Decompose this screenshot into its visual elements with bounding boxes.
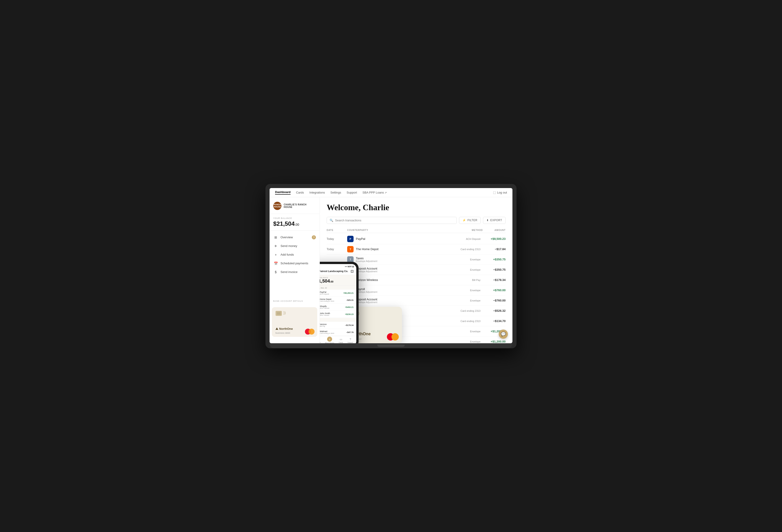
table-row[interactable]: Today P PayPal ACH Deposit +$9,500.23 — [327, 234, 506, 244]
nav-support[interactable]: Support — [347, 191, 357, 194]
phone-nav-support-icon: ? — [349, 338, 352, 341]
phone-signal: ▪▪▪ WiFi ▮ — [345, 265, 354, 268]
phone-tx-amount: −$25.31 — [346, 299, 354, 301]
tx-counterparty: P PayPal — [347, 236, 451, 242]
table-row[interactable]: Today T The Home Depot Card ending 2313 … — [327, 244, 506, 254]
export-icon: ⬇ — [487, 219, 489, 222]
card-type-label: business debit — [276, 332, 290, 334]
phone-nav-support[interactable]: ? Support — [348, 338, 353, 343]
phone-tx-amount: +$450.21 — [345, 306, 354, 308]
chat-button[interactable]: 💬 — [499, 329, 508, 339]
content-area: Welcome, Charlie 🔍 ⚡ FILTER ⬇ EXPORT — [320, 197, 512, 343]
phone-tx-sub: ACH Transfer — [320, 308, 343, 309]
phone-tx-name: PayPal — [320, 291, 342, 293]
phone-tx-sub: Card ending in 3444 — [320, 300, 344, 302]
filter-label: FILTER — [467, 219, 477, 222]
tx-name: Taxes — [356, 256, 377, 260]
tx-method: ACH Deposit — [451, 238, 483, 240]
debit-card-sidebar: )) NorthOne business debit — [272, 307, 317, 337]
search-box[interactable]: 🔍 — [327, 217, 457, 224]
search-input[interactable] — [335, 219, 454, 222]
phone-overlay: 9:41 ▪▪▪ WiFi ▮ ☰ Fairest Landscaping Co… — [320, 262, 359, 343]
tx-sub: Envelope Adjustment — [356, 291, 377, 293]
phone-tx-sub: Card ending in 3444 — [320, 332, 344, 334]
col-counterparty: COUNTERPARTY — [347, 229, 451, 232]
table-header: DATE COUNTERPARTY METHOD AMOUNT — [327, 227, 506, 233]
sidebar-brand: RANCHHOUSE CHARLIE'S RANCH HOUSE — [270, 202, 320, 214]
phone-date-header-2: Nov. 21 — [320, 318, 356, 322]
add-funds-icon: + — [273, 252, 278, 257]
brand-logo: RANCHHOUSE — [273, 202, 281, 210]
sidebar-label-send-money: Send money — [281, 244, 297, 248]
logout-button[interactable]: ⬚ Log out — [493, 191, 507, 194]
phone-nav-move-money-label: Move Money — [325, 342, 334, 343]
tx-amount: +$9,500.23 — [483, 237, 506, 241]
export-button[interactable]: ⬇ EXPORT — [483, 217, 506, 224]
phone-list-item[interactable]: J John Smith Wire Transfer +$230.23 — [320, 311, 356, 318]
phone-list-item[interactable]: S Shopify ACH Transfer +$450.21 — [320, 304, 356, 311]
tx-method: Bill Pay — [451, 279, 483, 281]
card-brand-logo: NorthOne — [276, 327, 293, 330]
sidebar-item-scheduled[interactable]: 📅 Scheduled payments — [270, 259, 320, 268]
nav-dashboard[interactable]: Dashboard — [275, 190, 291, 195]
filter-button[interactable]: ⚡ FILTER — [459, 217, 481, 224]
phone-list-item[interactable]: H Home Depot Card ending in 3444 −$25.31 — [320, 297, 356, 304]
phone-nav-move-money-icon: + — [327, 336, 332, 342]
phone-tx-sub: Wire Transfer — [320, 315, 343, 316]
tx-method: Card ending 2313 — [451, 248, 483, 251]
phone-status-bar: 9:41 ▪▪▪ WiFi ▮ — [320, 264, 356, 268]
phone-action-icon: ⊡ — [351, 269, 354, 274]
tx-counterparty: T The Home Depot — [347, 246, 451, 252]
balance-section: YOUR BALANCE $21,504.00 — [270, 214, 320, 231]
sidebar-item-overview[interactable]: ⊞ Overview 3 — [270, 233, 320, 242]
tx-name: Verizon Wireless — [356, 278, 378, 282]
tx-amount: −$178.34 — [483, 278, 506, 282]
phone-tx-name: Shopify — [320, 305, 343, 308]
logout-icon: ⬚ — [493, 191, 496, 194]
nav-integrations[interactable]: Integrations — [310, 191, 325, 194]
phone-nav-overview-label: Overview — [320, 342, 320, 343]
invoice-icon: $ — [273, 270, 278, 275]
tx-logo: P — [347, 236, 354, 242]
tx-sub: Envelope Adjustment — [356, 260, 377, 262]
phone-nav-cards-icon: ▭ — [339, 338, 343, 341]
brand-name: CHARLIE'S RANCH HOUSE — [284, 203, 316, 208]
welcome-title: Welcome, Charlie — [327, 203, 506, 212]
sidebar-label-add-funds: Add funds — [281, 253, 294, 256]
laptop-screen: Dashboard Cards Integrations Settings Su… — [270, 188, 512, 343]
phone-tx-sub: ACH Deposit — [320, 293, 342, 295]
laptop-notch — [377, 345, 405, 347]
balance-amount: $21,504.00 — [273, 220, 316, 227]
tx-amount: +$760.00 — [483, 288, 506, 292]
phone-list-item[interactable]: P PayPal ACH Deposit +$9,450.21 — [320, 290, 356, 297]
sidebar-item-send-money[interactable]: ✈ Send money — [270, 242, 320, 250]
tx-method: Envelope — [451, 258, 483, 261]
nav-cards[interactable]: Cards — [296, 191, 304, 194]
phone-nav-cards[interactable]: ▭ Cards — [339, 338, 343, 343]
phone-app-name: Fairest Landscaping Co. — [320, 270, 348, 273]
phone-nav-cards-label: Cards — [339, 342, 343, 343]
phone-transaction-rows-2: V Verizon Bill Pay −$178.34 W Walmart Ca… — [320, 322, 356, 336]
sidebar-item-add-funds[interactable]: + Add funds — [270, 250, 320, 259]
tx-name: Payroll — [356, 287, 377, 291]
phone-nav-move-money[interactable]: + Move Money — [325, 338, 334, 343]
phone-tx-sub: Bill Pay — [320, 325, 343, 327]
sidebar-item-invoice[interactable]: $ Send invoice — [270, 268, 320, 276]
tx-amount: −$17.84 — [483, 247, 506, 251]
tx-amount: −$134.70 — [483, 319, 506, 323]
phone-list-item[interactable]: V Verizon Bill Pay −$178.34 — [320, 322, 356, 329]
scheduled-icon: 📅 — [273, 261, 278, 266]
sidebar: RANCHHOUSE CHARLIE'S RANCH HOUSE YOUR BA… — [270, 197, 320, 343]
phone-list-item[interactable]: W Walmart Card ending in 3444 −$47.76 — [320, 329, 356, 336]
top-navigation: Dashboard Cards Integrations Settings Su… — [270, 188, 512, 197]
tx-counterparty: D Deposit Account Envelope Adjustment — [347, 267, 451, 273]
phone-date-header: Monday, Nov. 22 — [320, 286, 356, 290]
tx-amount: +$1,200.00 — [483, 340, 506, 343]
phone-nav-overview[interactable]: ⊞ Overview — [320, 338, 320, 343]
phone-tx-name: Home Depot — [320, 298, 344, 300]
export-label: EXPORT — [490, 219, 502, 222]
phone-tx-name: John Smith — [320, 312, 343, 315]
laptop-frame: Dashboard Cards Integrations Settings Su… — [265, 184, 517, 348]
nav-sba[interactable]: SBA PPP Loans — [362, 191, 387, 194]
nav-settings[interactable]: Settings — [330, 191, 341, 194]
